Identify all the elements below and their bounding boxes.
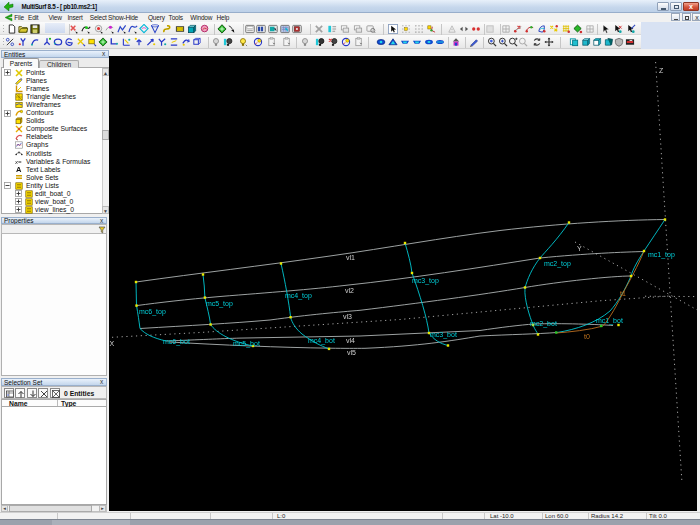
- svg-text:mc3_top: mc3_top: [412, 277, 439, 285]
- svg-text:vl2: vl2: [345, 287, 354, 294]
- svg-text:mc1_bot: mc1_bot: [596, 317, 623, 325]
- svg-text:mc1_top: mc1_top: [648, 251, 675, 259]
- svg-text:x=: x=: [15, 159, 22, 165]
- svg-text:t1: t1: [620, 290, 626, 297]
- svg-text:mc2_bot: mc2_bot: [530, 320, 557, 328]
- svg-text:mc2_top: mc2_top: [544, 260, 571, 268]
- svg-text:t0: t0: [584, 333, 590, 340]
- svg-text:vl5: vl5: [347, 349, 356, 356]
- svg-text:vl3: vl3: [343, 313, 352, 320]
- svg-text:mc5_top: mc5_top: [206, 300, 233, 308]
- svg-text:mc4_top: mc4_top: [285, 292, 312, 300]
- svg-text:X: X: [110, 340, 115, 347]
- svg-text:vl1: vl1: [346, 254, 355, 261]
- svg-text:mc4_bot: mc4_bot: [308, 337, 335, 345]
- svg-text:mc3_bot: mc3_bot: [430, 331, 457, 339]
- svg-text:Y: Y: [577, 245, 582, 252]
- svg-text:Z: Z: [659, 67, 664, 74]
- svg-text:vl4: vl4: [346, 337, 355, 344]
- svg-text:mc6_top: mc6_top: [139, 308, 166, 316]
- svg-text:mc5_bot: mc5_bot: [233, 340, 260, 348]
- svg-text:mc6_bot: mc6_bot: [163, 338, 190, 346]
- svg-text:A: A: [16, 165, 22, 173]
